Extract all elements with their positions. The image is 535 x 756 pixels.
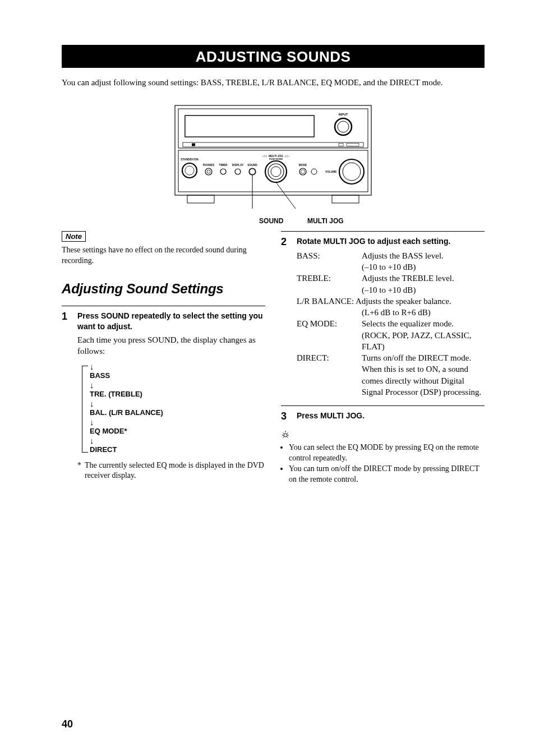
step-2-title: Rotate MULTI JOG to adjust each setting. bbox=[297, 236, 485, 247]
step-1-number: 1 bbox=[62, 311, 71, 482]
flow-item: BAL. (L/R BALANCE) bbox=[90, 408, 265, 418]
svg-point-21 bbox=[265, 161, 287, 182]
section-heading: Adjusting Sound Settings bbox=[62, 281, 265, 297]
step-1-title: Press SOUND repeatedly to select the set… bbox=[77, 311, 265, 332]
flow-arrow-icon: ↓ bbox=[90, 436, 265, 445]
tip-item: You can turn on/off the DIRECT mode by p… bbox=[289, 464, 485, 485]
panel-label-input: INPUT bbox=[339, 113, 348, 116]
tips-list: You can select the EQ MODE by pressing E… bbox=[281, 442, 485, 485]
svg-rect-10 bbox=[347, 144, 359, 146]
step-2-number: 2 bbox=[281, 236, 290, 398]
device-diagram: INPUT STANDBY/ON PHONES TIMER DISPLAY bbox=[62, 103, 485, 225]
svg-text:▷▷: ▷▷ bbox=[285, 155, 289, 158]
step-3-title: Press MULTI JOG. bbox=[297, 411, 485, 421]
flow-item: BASS bbox=[90, 371, 265, 381]
flow-arrow-icon: ↓ bbox=[90, 381, 265, 389]
callout-sound: SOUND bbox=[202, 217, 287, 225]
panel-label-display: DISPLAY bbox=[232, 164, 244, 167]
svg-rect-9 bbox=[339, 144, 343, 146]
setting-desc: Adjusts the BASS level. bbox=[362, 251, 444, 260]
tip-icon bbox=[281, 430, 485, 441]
setting-range: (–10 to +10 dB) bbox=[362, 262, 416, 271]
flow-item: DIRECT bbox=[90, 445, 265, 455]
panel-label-phones: PHONES bbox=[203, 164, 215, 167]
svg-point-16 bbox=[220, 169, 226, 174]
svg-point-22 bbox=[268, 164, 284, 179]
setting-row: L/R BALANCE: Adjusts the speaker balance… bbox=[297, 296, 485, 319]
panel-label-mode: MODE bbox=[299, 164, 307, 167]
tip-item: You can select the EQ MODE by pressing E… bbox=[289, 442, 485, 464]
diagram-callout-labels: SOUND MULTI JOG bbox=[158, 217, 388, 225]
setting-range: (ROCK, POP, JAZZ, CLASSIC, FLAT) bbox=[362, 331, 471, 351]
content-columns: Note These settings have no effect on th… bbox=[62, 231, 485, 489]
svg-text:◁◁: ◁◁ bbox=[262, 155, 267, 158]
setting-label: BASS: bbox=[297, 250, 362, 273]
svg-point-24 bbox=[299, 168, 306, 175]
step-3: 3 Press MULTI JOG. bbox=[281, 405, 485, 422]
setting-desc: Turns on/off the DIRECT mode. When this … bbox=[362, 352, 485, 398]
svg-point-15 bbox=[207, 170, 210, 173]
settings-table: BASS: Adjusts the BASS level. (–10 to +1… bbox=[297, 250, 485, 398]
setting-label: EQ MODE: bbox=[297, 318, 362, 352]
svg-point-23 bbox=[271, 167, 281, 177]
svg-rect-8 bbox=[192, 144, 195, 146]
svg-point-13 bbox=[185, 166, 194, 175]
flow-item: TRE. (TREBLE) bbox=[90, 390, 265, 399]
setting-desc: Adjusts the TREBLE level. bbox=[362, 274, 454, 283]
step-1-footnote: * The currently selected EQ mode is disp… bbox=[77, 460, 265, 482]
device-panel-illustration: INPUT STANDBY/ON PHONES TIMER DISPLAY bbox=[158, 103, 388, 213]
svg-point-17 bbox=[235, 169, 241, 174]
setting-desc: Selects the equalizer mode. bbox=[362, 319, 454, 328]
display-flow: ↓ BASS ↓ TRE. (TREBLE) ↓ BAL. (L/R BALAN… bbox=[81, 362, 265, 454]
svg-point-14 bbox=[205, 168, 212, 175]
svg-rect-29 bbox=[187, 195, 214, 203]
setting-range: (–10 to +10 dB) bbox=[362, 285, 416, 294]
footnote-text: The currently selected EQ mode is displa… bbox=[85, 460, 265, 482]
svg-rect-3 bbox=[185, 116, 314, 137]
step-3-number: 3 bbox=[281, 411, 290, 422]
setting-label: L/R BALANCE: bbox=[297, 297, 354, 306]
setting-desc: Adjusts the speaker balance. bbox=[356, 297, 451, 306]
svg-point-28 bbox=[343, 163, 361, 181]
step-2: 2 Rotate MULTI JOG to adjust each settin… bbox=[281, 231, 485, 398]
panel-label-pushmode: PUSH MODE bbox=[269, 158, 283, 160]
setting-row: BASS: Adjusts the BASS level. (–10 to +1… bbox=[297, 250, 485, 273]
svg-rect-30 bbox=[332, 195, 359, 203]
flow-arrow-icon: ↓ bbox=[90, 362, 265, 371]
flow-item: EQ MODE* bbox=[90, 427, 265, 436]
callout-multijog: MULTI JOG bbox=[307, 217, 343, 225]
note-text: These settings have no effect on the rec… bbox=[62, 245, 265, 266]
step-1-detail: Each time you press SOUND, the display c… bbox=[77, 334, 265, 357]
footnote-mark: * bbox=[77, 460, 81, 482]
note-label-box: Note bbox=[62, 231, 86, 242]
setting-row: DIRECT: Turns on/off the DIRECT mode. Wh… bbox=[297, 352, 485, 398]
svg-line-39 bbox=[283, 437, 284, 438]
panel-label-sound: SOUND bbox=[247, 164, 257, 167]
panel-label-standby: STANDBY/ON bbox=[181, 158, 199, 161]
svg-line-38 bbox=[287, 433, 288, 434]
setting-row: TREBLE: Adjusts the TREBLE level. (–10 t… bbox=[297, 273, 485, 296]
panel-label-timer: TIMER bbox=[219, 164, 228, 167]
flow-arrow-icon: ↓ bbox=[90, 418, 265, 426]
page-title-bar: ADJUSTING SOUNDS bbox=[62, 45, 485, 68]
page-title: ADJUSTING SOUNDS bbox=[196, 48, 351, 65]
svg-point-6 bbox=[338, 121, 349, 132]
setting-row: EQ MODE: Selects the equalizer mode. (RO… bbox=[297, 318, 485, 352]
intro-text: You can adjust following sound settings:… bbox=[62, 78, 485, 87]
setting-label: DIRECT: bbox=[297, 352, 362, 398]
svg-point-12 bbox=[182, 163, 197, 178]
svg-point-26 bbox=[311, 169, 317, 174]
page-number: 40 bbox=[62, 718, 73, 730]
svg-line-40 bbox=[287, 437, 288, 438]
setting-range: (L+6 dB to R+6 dB) bbox=[297, 307, 485, 318]
svg-point-25 bbox=[301, 170, 305, 174]
svg-point-18 bbox=[249, 168, 256, 175]
panel-label-volume: VOLUME bbox=[325, 170, 337, 173]
step-1: 1 Press SOUND repeatedly to select the s… bbox=[62, 306, 265, 482]
note-label: Note bbox=[66, 232, 82, 241]
left-column: Note These settings have no effect on th… bbox=[62, 231, 265, 489]
svg-rect-7 bbox=[183, 142, 363, 147]
svg-point-27 bbox=[339, 159, 364, 184]
right-column: 2 Rotate MULTI JOG to adjust each settin… bbox=[281, 231, 485, 489]
svg-point-33 bbox=[284, 434, 287, 437]
